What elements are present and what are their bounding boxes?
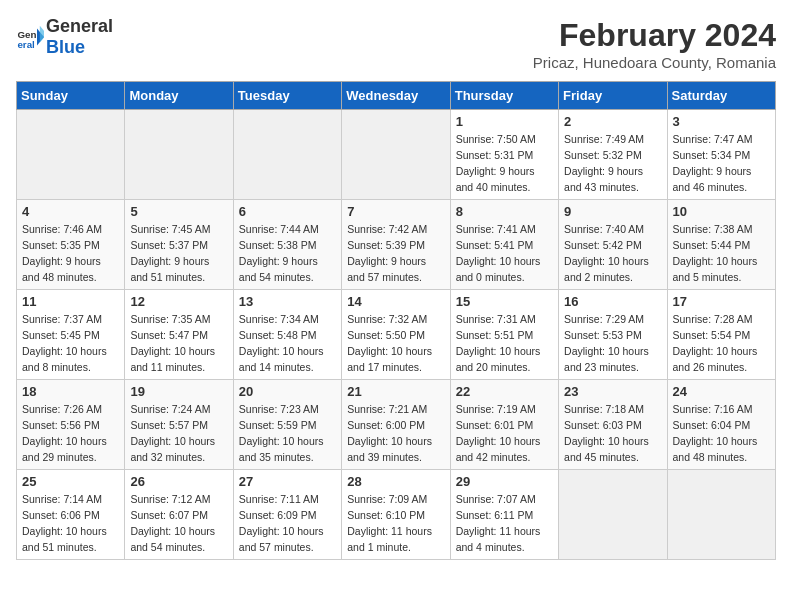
day-info: Sunrise: 7:11 AM Sunset: 6:09 PM Dayligh… (239, 492, 336, 555)
day-info: Sunrise: 7:16 AM Sunset: 6:04 PM Dayligh… (673, 402, 770, 465)
day-number: 8 (456, 204, 553, 219)
day-of-week-thursday: Thursday (450, 82, 558, 110)
day-info: Sunrise: 7:31 AM Sunset: 5:51 PM Dayligh… (456, 312, 553, 375)
calendar-cell: 27Sunrise: 7:11 AM Sunset: 6:09 PM Dayli… (233, 470, 341, 560)
day-of-week-saturday: Saturday (667, 82, 775, 110)
day-number: 29 (456, 474, 553, 489)
day-number: 22 (456, 384, 553, 399)
day-info: Sunrise: 7:41 AM Sunset: 5:41 PM Dayligh… (456, 222, 553, 285)
day-info: Sunrise: 7:44 AM Sunset: 5:38 PM Dayligh… (239, 222, 336, 285)
calendar-cell: 20Sunrise: 7:23 AM Sunset: 5:59 PM Dayli… (233, 380, 341, 470)
calendar-cell: 12Sunrise: 7:35 AM Sunset: 5:47 PM Dayli… (125, 290, 233, 380)
day-number: 7 (347, 204, 444, 219)
day-number: 12 (130, 294, 227, 309)
day-info: Sunrise: 7:09 AM Sunset: 6:10 PM Dayligh… (347, 492, 444, 555)
day-number: 9 (564, 204, 661, 219)
day-number: 6 (239, 204, 336, 219)
day-info: Sunrise: 7:42 AM Sunset: 5:39 PM Dayligh… (347, 222, 444, 285)
calendar-cell: 7Sunrise: 7:42 AM Sunset: 5:39 PM Daylig… (342, 200, 450, 290)
calendar-week-row: 4Sunrise: 7:46 AM Sunset: 5:35 PM Daylig… (17, 200, 776, 290)
calendar-cell: 18Sunrise: 7:26 AM Sunset: 5:56 PM Dayli… (17, 380, 125, 470)
calendar-cell: 19Sunrise: 7:24 AM Sunset: 5:57 PM Dayli… (125, 380, 233, 470)
day-of-week-wednesday: Wednesday (342, 82, 450, 110)
day-info: Sunrise: 7:46 AM Sunset: 5:35 PM Dayligh… (22, 222, 119, 285)
day-number: 16 (564, 294, 661, 309)
day-of-week-monday: Monday (125, 82, 233, 110)
title-area: February 2024 Pricaz, Hunedoara County, … (533, 16, 776, 71)
calendar-cell: 16Sunrise: 7:29 AM Sunset: 5:53 PM Dayli… (559, 290, 667, 380)
day-number: 28 (347, 474, 444, 489)
calendar-table: SundayMondayTuesdayWednesdayThursdayFrid… (16, 81, 776, 560)
calendar-cell: 10Sunrise: 7:38 AM Sunset: 5:44 PM Dayli… (667, 200, 775, 290)
day-number: 25 (22, 474, 119, 489)
day-info: Sunrise: 7:21 AM Sunset: 6:00 PM Dayligh… (347, 402, 444, 465)
calendar-cell (17, 110, 125, 200)
calendar-cell: 15Sunrise: 7:31 AM Sunset: 5:51 PM Dayli… (450, 290, 558, 380)
calendar-cell: 17Sunrise: 7:28 AM Sunset: 5:54 PM Dayli… (667, 290, 775, 380)
calendar-cell: 11Sunrise: 7:37 AM Sunset: 5:45 PM Dayli… (17, 290, 125, 380)
logo-text: General Blue (46, 16, 113, 58)
day-number: 27 (239, 474, 336, 489)
calendar-cell: 2Sunrise: 7:49 AM Sunset: 5:32 PM Daylig… (559, 110, 667, 200)
calendar-cell: 14Sunrise: 7:32 AM Sunset: 5:50 PM Dayli… (342, 290, 450, 380)
calendar-cell (559, 470, 667, 560)
calendar-cell (667, 470, 775, 560)
day-info: Sunrise: 7:18 AM Sunset: 6:03 PM Dayligh… (564, 402, 661, 465)
day-info: Sunrise: 7:47 AM Sunset: 5:34 PM Dayligh… (673, 132, 770, 195)
day-number: 1 (456, 114, 553, 129)
calendar-cell: 13Sunrise: 7:34 AM Sunset: 5:48 PM Dayli… (233, 290, 341, 380)
day-number: 13 (239, 294, 336, 309)
calendar-cell: 3Sunrise: 7:47 AM Sunset: 5:34 PM Daylig… (667, 110, 775, 200)
calendar-cell: 26Sunrise: 7:12 AM Sunset: 6:07 PM Dayli… (125, 470, 233, 560)
calendar-cell: 24Sunrise: 7:16 AM Sunset: 6:04 PM Dayli… (667, 380, 775, 470)
calendar-week-row: 1Sunrise: 7:50 AM Sunset: 5:31 PM Daylig… (17, 110, 776, 200)
day-number: 4 (22, 204, 119, 219)
day-of-week-sunday: Sunday (17, 82, 125, 110)
day-number: 10 (673, 204, 770, 219)
day-info: Sunrise: 7:38 AM Sunset: 5:44 PM Dayligh… (673, 222, 770, 285)
day-info: Sunrise: 7:45 AM Sunset: 5:37 PM Dayligh… (130, 222, 227, 285)
day-number: 21 (347, 384, 444, 399)
day-info: Sunrise: 7:34 AM Sunset: 5:48 PM Dayligh… (239, 312, 336, 375)
calendar-cell: 21Sunrise: 7:21 AM Sunset: 6:00 PM Dayli… (342, 380, 450, 470)
calendar-week-row: 18Sunrise: 7:26 AM Sunset: 5:56 PM Dayli… (17, 380, 776, 470)
day-info: Sunrise: 7:07 AM Sunset: 6:11 PM Dayligh… (456, 492, 553, 555)
day-info: Sunrise: 7:24 AM Sunset: 5:57 PM Dayligh… (130, 402, 227, 465)
day-number: 23 (564, 384, 661, 399)
day-info: Sunrise: 7:32 AM Sunset: 5:50 PM Dayligh… (347, 312, 444, 375)
day-number: 11 (22, 294, 119, 309)
calendar-header-row: SundayMondayTuesdayWednesdayThursdayFrid… (17, 82, 776, 110)
logo-general: General (46, 16, 113, 36)
page-header: Gen eral General Blue February 2024 Pric… (16, 16, 776, 71)
calendar-cell (125, 110, 233, 200)
calendar-cell: 25Sunrise: 7:14 AM Sunset: 6:06 PM Dayli… (17, 470, 125, 560)
day-number: 2 (564, 114, 661, 129)
day-of-week-tuesday: Tuesday (233, 82, 341, 110)
day-info: Sunrise: 7:12 AM Sunset: 6:07 PM Dayligh… (130, 492, 227, 555)
calendar-cell (233, 110, 341, 200)
day-number: 19 (130, 384, 227, 399)
day-info: Sunrise: 7:28 AM Sunset: 5:54 PM Dayligh… (673, 312, 770, 375)
day-number: 14 (347, 294, 444, 309)
subtitle: Pricaz, Hunedoara County, Romania (533, 54, 776, 71)
logo-icon: Gen eral (16, 23, 44, 51)
day-number: 3 (673, 114, 770, 129)
day-info: Sunrise: 7:29 AM Sunset: 5:53 PM Dayligh… (564, 312, 661, 375)
day-info: Sunrise: 7:14 AM Sunset: 6:06 PM Dayligh… (22, 492, 119, 555)
day-number: 15 (456, 294, 553, 309)
calendar-cell: 9Sunrise: 7:40 AM Sunset: 5:42 PM Daylig… (559, 200, 667, 290)
day-of-week-friday: Friday (559, 82, 667, 110)
day-info: Sunrise: 7:49 AM Sunset: 5:32 PM Dayligh… (564, 132, 661, 195)
day-number: 24 (673, 384, 770, 399)
calendar-cell: 5Sunrise: 7:45 AM Sunset: 5:37 PM Daylig… (125, 200, 233, 290)
day-number: 17 (673, 294, 770, 309)
calendar-cell: 29Sunrise: 7:07 AM Sunset: 6:11 PM Dayli… (450, 470, 558, 560)
logo-blue: Blue (46, 37, 85, 57)
calendar-cell: 4Sunrise: 7:46 AM Sunset: 5:35 PM Daylig… (17, 200, 125, 290)
calendar-cell: 28Sunrise: 7:09 AM Sunset: 6:10 PM Dayli… (342, 470, 450, 560)
day-info: Sunrise: 7:23 AM Sunset: 5:59 PM Dayligh… (239, 402, 336, 465)
day-info: Sunrise: 7:37 AM Sunset: 5:45 PM Dayligh… (22, 312, 119, 375)
calendar-cell (342, 110, 450, 200)
day-info: Sunrise: 7:35 AM Sunset: 5:47 PM Dayligh… (130, 312, 227, 375)
svg-text:eral: eral (17, 39, 35, 50)
